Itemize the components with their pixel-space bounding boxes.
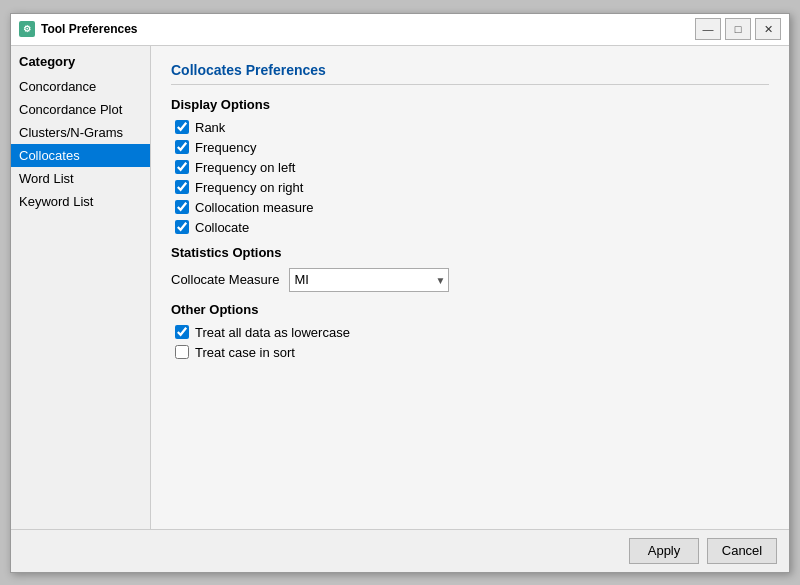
checkbox-frequency-left: Frequency on left (171, 160, 769, 175)
checkbox-rank-label: Rank (195, 120, 225, 135)
checkbox-rank: Rank (171, 120, 769, 135)
minimize-button[interactable]: — (695, 18, 721, 40)
checkbox-collocate-input[interactable] (175, 220, 189, 234)
stats-row: Collocate Measure MI MI3 MI-log-f t-scor… (171, 268, 769, 292)
title-bar: ⚙ Tool Preferences — □ ✕ (11, 14, 789, 46)
title-controls: — □ ✕ (695, 18, 781, 40)
collocate-measure-label: Collocate Measure (171, 272, 279, 287)
sidebar: Category Concordance Concordance Plot Cl… (11, 46, 151, 529)
maximize-button[interactable]: □ (725, 18, 751, 40)
main-panel: Collocates Preferences Display Options R… (151, 46, 789, 529)
checkbox-case-sort-label: Treat case in sort (195, 345, 295, 360)
checkbox-frequency-input[interactable] (175, 140, 189, 154)
checkbox-lowercase: Treat all data as lowercase (171, 325, 769, 340)
statistics-options-label: Statistics Options (171, 245, 769, 260)
collocate-measure-select[interactable]: MI MI3 MI-log-f t-score z-score Log Like… (289, 268, 449, 292)
sidebar-item-collocates[interactable]: Collocates (11, 144, 150, 167)
checkbox-frequency-left-input[interactable] (175, 160, 189, 174)
sidebar-item-concordance[interactable]: Concordance (11, 75, 150, 98)
close-button[interactable]: ✕ (755, 18, 781, 40)
checkbox-collocation-measure: Collocation measure (171, 200, 769, 215)
sidebar-header: Category (11, 50, 150, 75)
window-title: Tool Preferences (41, 22, 137, 36)
footer: Apply Cancel (11, 529, 789, 572)
checkbox-lowercase-label: Treat all data as lowercase (195, 325, 350, 340)
checkbox-collocate: Collocate (171, 220, 769, 235)
sidebar-item-word-list[interactable]: Word List (11, 167, 150, 190)
content-area: Category Concordance Concordance Plot Cl… (11, 46, 789, 529)
sidebar-item-concordance-plot[interactable]: Concordance Plot (11, 98, 150, 121)
title-bar-left: ⚙ Tool Preferences (19, 21, 137, 37)
main-window: ⚙ Tool Preferences — □ ✕ Category Concor… (10, 13, 790, 573)
apply-button[interactable]: Apply (629, 538, 699, 564)
checkbox-frequency-right-input[interactable] (175, 180, 189, 194)
checkbox-rank-input[interactable] (175, 120, 189, 134)
checkbox-frequency-label: Frequency (195, 140, 256, 155)
other-options-label: Other Options (171, 302, 769, 317)
app-icon: ⚙ (19, 21, 35, 37)
checkbox-collocation-measure-label: Collocation measure (195, 200, 314, 215)
checkbox-frequency-right-label: Frequency on right (195, 180, 303, 195)
checkbox-case-sort: Treat case in sort (171, 345, 769, 360)
checkbox-collocation-measure-input[interactable] (175, 200, 189, 214)
checkbox-case-sort-input[interactable] (175, 345, 189, 359)
checkbox-lowercase-input[interactable] (175, 325, 189, 339)
collocate-measure-wrapper: MI MI3 MI-log-f t-score z-score Log Like… (289, 268, 449, 292)
checkbox-frequency-right: Frequency on right (171, 180, 769, 195)
display-options-label: Display Options (171, 97, 769, 112)
cancel-button[interactable]: Cancel (707, 538, 777, 564)
panel-title: Collocates Preferences (171, 62, 769, 85)
checkbox-frequency: Frequency (171, 140, 769, 155)
checkbox-collocate-label: Collocate (195, 220, 249, 235)
sidebar-item-clusters-ngrams[interactable]: Clusters/N-Grams (11, 121, 150, 144)
checkbox-frequency-left-label: Frequency on left (195, 160, 295, 175)
sidebar-item-keyword-list[interactable]: Keyword List (11, 190, 150, 213)
